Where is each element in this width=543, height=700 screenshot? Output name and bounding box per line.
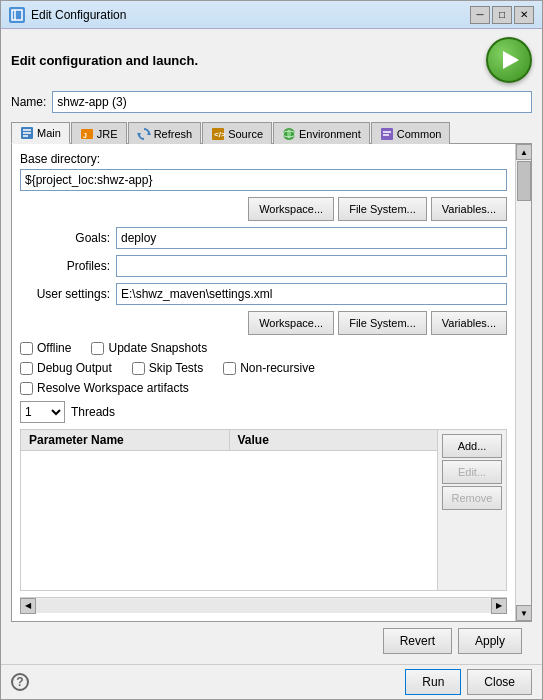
tab-refresh[interactable]: Refresh — [128, 122, 202, 144]
scroll-track — [36, 599, 491, 613]
checkbox-row-2: Debug Output Skip Tests Non-recursive — [20, 361, 507, 375]
threads-label: Threads — [71, 405, 115, 419]
non-recursive-checkbox-item[interactable]: Non-recursive — [223, 361, 315, 375]
maximize-button[interactable]: □ — [492, 6, 512, 24]
profiles-label: Profiles: — [20, 259, 110, 273]
tab-source[interactable]: </> Source — [202, 122, 272, 144]
apply-button[interactable]: Apply — [458, 628, 522, 654]
checkbox-row-3: Resolve Workspace artifacts — [20, 381, 507, 395]
debug-output-checkbox[interactable] — [20, 362, 33, 375]
skip-tests-checkbox-item[interactable]: Skip Tests — [132, 361, 203, 375]
variables-button-1[interactable]: Variables... — [431, 197, 507, 221]
footer-bar: ? Run Close — [1, 664, 542, 699]
header-title: Edit configuration and launch. — [11, 53, 198, 68]
profiles-input[interactable] — [116, 255, 507, 277]
workspace-button-2[interactable]: Workspace... — [248, 311, 334, 335]
tabs-container: Main J JRE — [11, 121, 532, 144]
tab-main[interactable]: Main — [11, 122, 70, 144]
edit-button[interactable]: Edit... — [442, 460, 502, 484]
minimize-button[interactable]: ─ — [470, 6, 490, 24]
resolve-workspace-checkbox-item[interactable]: Resolve Workspace artifacts — [20, 381, 189, 395]
run-button[interactable]: Run — [405, 669, 461, 695]
play-icon — [503, 51, 519, 69]
update-snapshots-checkbox-item[interactable]: Update Snapshots — [91, 341, 207, 355]
checkbox-row-1: Offline Update Snapshots — [20, 341, 507, 355]
workspace-button-1[interactable]: Workspace... — [248, 197, 334, 221]
title-bar-left: Edit Configuration — [9, 7, 126, 23]
main-window: Edit Configuration ─ □ ✕ Edit configurat… — [0, 0, 543, 700]
skip-tests-checkbox[interactable] — [132, 362, 145, 375]
user-settings-buttons: Workspace... File System... Variables... — [20, 311, 507, 335]
remove-button[interactable]: Remove — [442, 486, 502, 510]
name-input[interactable] — [52, 91, 532, 113]
window-title: Edit Configuration — [31, 8, 126, 22]
table-header: Parameter Name Value — [21, 430, 437, 451]
user-settings-row: User settings: — [20, 283, 507, 305]
variables-button-2[interactable]: Variables... — [431, 311, 507, 335]
tab-source-label: Source — [228, 128, 263, 140]
main-panel: Base directory: Workspace... File System… — [11, 144, 532, 622]
scroll-left-button[interactable]: ◀ — [20, 598, 36, 614]
tab-common[interactable]: Common — [371, 122, 451, 144]
skip-tests-label: Skip Tests — [149, 361, 203, 375]
base-directory-section: Base directory: — [20, 152, 507, 191]
tab-environment[interactable]: Environment — [273, 122, 370, 144]
debug-output-checkbox-item[interactable]: Debug Output — [20, 361, 112, 375]
name-label: Name: — [11, 95, 46, 109]
jre-tab-icon: J — [80, 127, 94, 141]
parameter-table-container: Parameter Name Value Add... Edit... Remo… — [20, 429, 507, 591]
update-snapshots-checkbox[interactable] — [91, 342, 104, 355]
revert-button[interactable]: Revert — [383, 628, 452, 654]
filesystem-button-2[interactable]: File System... — [338, 311, 427, 335]
svg-rect-0 — [12, 10, 22, 20]
play-button[interactable] — [486, 37, 532, 83]
tab-jre-label: JRE — [97, 128, 118, 140]
tab-jre[interactable]: J JRE — [71, 122, 127, 144]
offline-label: Offline — [37, 341, 71, 355]
scroll-track-lower — [516, 202, 531, 605]
svg-rect-14 — [381, 128, 393, 140]
base-dir-buttons: Workspace... File System... Variables... — [20, 197, 507, 221]
table-header-value: Value — [230, 430, 438, 450]
table-header-name: Parameter Name — [21, 430, 230, 450]
svg-text:</>: </> — [214, 130, 225, 139]
user-settings-input[interactable] — [116, 283, 507, 305]
refresh-tab-icon — [137, 127, 151, 141]
goals-row: Goals: — [20, 227, 507, 249]
base-directory-input[interactable] — [20, 169, 507, 191]
name-row: Name: — [11, 91, 532, 113]
tab-refresh-label: Refresh — [154, 128, 193, 140]
panel-inner: Base directory: Workspace... File System… — [12, 144, 515, 621]
scroll-right-button[interactable]: ▶ — [491, 598, 507, 614]
add-button[interactable]: Add... — [442, 434, 502, 458]
debug-output-label: Debug Output — [37, 361, 112, 375]
footer-right: Run Close — [405, 669, 532, 695]
user-settings-label: User settings: — [20, 287, 110, 301]
offline-checkbox[interactable] — [20, 342, 33, 355]
close-window-button[interactable]: ✕ — [514, 6, 534, 24]
filesystem-button-1[interactable]: File System... — [338, 197, 427, 221]
close-button[interactable]: Close — [467, 669, 532, 695]
scroll-thumb[interactable] — [517, 161, 531, 201]
bottom-buttons: Revert Apply — [11, 622, 532, 660]
title-bar: Edit Configuration ─ □ ✕ — [1, 1, 542, 29]
header-section: Edit configuration and launch. — [11, 37, 532, 83]
threads-select[interactable]: 1 2 4 8 — [20, 401, 65, 423]
environment-tab-icon — [282, 127, 296, 141]
svg-text:J: J — [83, 132, 87, 139]
resolve-workspace-label: Resolve Workspace artifacts — [37, 381, 189, 395]
scroll-down-button[interactable]: ▼ — [516, 605, 531, 621]
offline-checkbox-item[interactable]: Offline — [20, 341, 71, 355]
scroll-up-button[interactable]: ▲ — [516, 144, 531, 160]
help-button[interactable]: ? — [11, 673, 29, 691]
title-bar-controls: ─ □ ✕ — [470, 6, 534, 24]
tab-main-label: Main — [37, 127, 61, 139]
table-body[interactable] — [21, 451, 437, 590]
non-recursive-label: Non-recursive — [240, 361, 315, 375]
base-directory-label: Base directory: — [20, 152, 507, 166]
non-recursive-checkbox[interactable] — [223, 362, 236, 375]
goals-input[interactable] — [116, 227, 507, 249]
resolve-workspace-checkbox[interactable] — [20, 382, 33, 395]
profiles-row: Profiles: — [20, 255, 507, 277]
parameter-table: Parameter Name Value — [21, 430, 437, 590]
